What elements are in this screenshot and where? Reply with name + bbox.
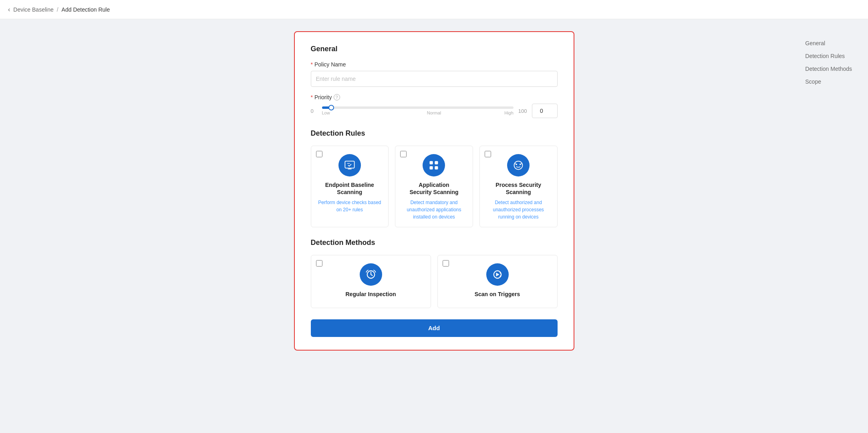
svg-rect-1	[430, 161, 433, 164]
required-star-priority: *	[311, 94, 313, 100]
add-button[interactable]: Add	[311, 319, 558, 337]
svg-rect-4	[435, 166, 438, 169]
rule-desc-process: Detect authorized and unauthorized proce…	[486, 199, 551, 221]
back-icon[interactable]: ‹	[8, 6, 10, 13]
rule-card-process: Process SecurityScanning Detect authoriz…	[479, 146, 558, 227]
form-card: General * Policy Name * Priority ?	[294, 31, 574, 351]
right-nav-general[interactable]: General	[805, 40, 852, 46]
breadcrumb-separator: /	[57, 6, 58, 13]
rule-checkbox-app[interactable]	[400, 151, 407, 157]
rule-checkbox-endpoint[interactable]	[316, 151, 322, 157]
priority-min-label: 0	[311, 108, 317, 114]
detection-rules-title: Detection Rules	[311, 129, 558, 138]
triggers-icon-circle	[486, 263, 509, 286]
rule-name-process: Process SecurityScanning	[495, 181, 541, 196]
breadcrumb-parent[interactable]: Device Baseline	[13, 6, 53, 13]
page-content: General * Policy Name * Priority ?	[0, 19, 868, 363]
slider-labels: Low Normal High	[322, 110, 514, 115]
rule-checkbox-process[interactable]	[485, 151, 491, 157]
normal-label: Normal	[427, 110, 441, 115]
method-card-regular: Regular Inspection	[311, 255, 431, 308]
detection-methods-section: Detection Methods R	[311, 239, 558, 308]
general-title: General	[311, 45, 558, 53]
rule-name-endpoint: Endpoint BaselineScanning	[325, 181, 374, 196]
svg-rect-0	[345, 161, 354, 168]
right-nav-scope[interactable]: Scope	[805, 78, 852, 85]
high-label: High	[504, 110, 514, 115]
policy-name-input[interactable]	[311, 71, 558, 87]
method-card-triggers: Scan on Triggers	[437, 255, 558, 308]
method-checkbox-triggers[interactable]	[443, 260, 449, 267]
top-bar: ‹ Device Baseline / Add Detection Rule	[0, 0, 868, 19]
process-icon-circle	[507, 154, 530, 176]
detection-rules-section: Detection Rules End	[311, 129, 558, 227]
rule-desc-endpoint: Perform device checks based on 20+ rules	[318, 199, 382, 213]
method-checkbox-regular[interactable]	[316, 260, 322, 267]
method-name-regular: Regular Inspection	[345, 291, 396, 298]
policy-name-label: * Policy Name	[311, 61, 558, 68]
priority-field: * Priority ? 0 Low	[311, 94, 558, 118]
policy-name-field: * Policy Name	[311, 61, 558, 87]
breadcrumb-current: Add Detection Rule	[62, 6, 110, 13]
app-icon-circle	[423, 154, 445, 176]
right-nav-detection-methods[interactable]: Detection Methods	[805, 66, 852, 72]
method-name-triggers: Scan on Triggers	[475, 291, 520, 298]
priority-label: * Priority ?	[311, 94, 558, 100]
priority-row: 0 Low Normal High	[311, 104, 558, 118]
breadcrumb: ‹ Device Baseline / Add Detection Rule	[8, 6, 110, 13]
priority-max-label: 100	[518, 108, 527, 114]
regular-icon-circle	[360, 263, 382, 286]
required-star: *	[311, 61, 313, 68]
rules-cards-grid: Endpoint BaselineScanning Perform device…	[311, 146, 558, 227]
svg-rect-3	[430, 166, 433, 169]
svg-point-5	[514, 161, 523, 170]
methods-grid: Regular Inspection Scan on Trigger	[311, 255, 558, 308]
slider-track-visual	[322, 106, 514, 109]
rule-card-app: ApplicationSecurity Scanning Detect mand…	[395, 146, 473, 227]
right-nav: General Detection Rules Detection Method…	[805, 40, 852, 85]
main-form-area: General * Policy Name * Priority ?	[16, 31, 852, 351]
detection-methods-title: Detection Methods	[311, 239, 558, 247]
svg-rect-2	[435, 161, 438, 164]
right-nav-detection-rules[interactable]: Detection Rules	[805, 53, 852, 59]
slider-wrap: Low Normal High	[322, 106, 514, 115]
rule-desc-app: Detect mandatory and unauthorized applic…	[402, 199, 466, 221]
endpoint-icon-circle	[338, 154, 361, 176]
priority-info-icon[interactable]: ?	[334, 94, 340, 100]
low-label: Low	[322, 110, 330, 115]
slider-thumb	[328, 105, 334, 110]
rule-card-endpoint: Endpoint BaselineScanning Perform device…	[311, 146, 389, 227]
general-section: General * Policy Name * Priority ?	[311, 45, 558, 118]
rule-name-app: ApplicationSecurity Scanning	[409, 181, 458, 196]
